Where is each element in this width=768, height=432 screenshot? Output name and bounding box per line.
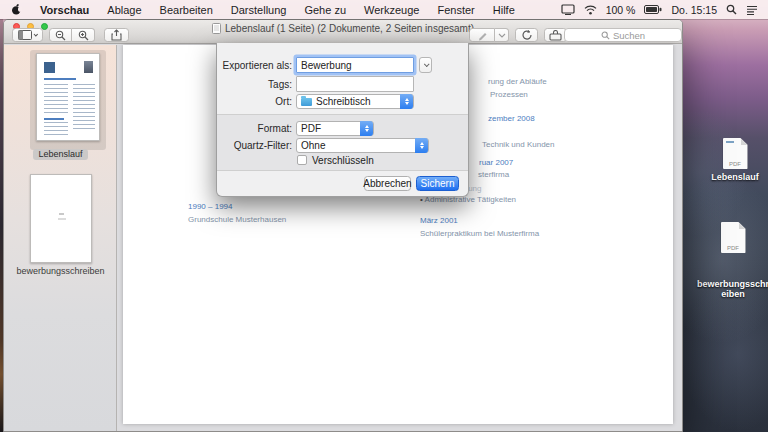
export-as-label: Exportieren als: (219, 60, 292, 71)
thumb-text-col-right (73, 84, 95, 132)
tags-field[interactable] (296, 76, 414, 92)
export-name-value: Bewerbung (301, 60, 352, 71)
doc-line: sterfirma (478, 170, 509, 179)
quartz-filter-popup[interactable]: Ohne (296, 138, 429, 153)
thumbnail-label-1[interactable]: Lebenslauf (4, 149, 117, 160)
desktop-icon-label: bewerbungsschreiben (695, 279, 768, 299)
clock[interactable]: Do. 15:15 (671, 4, 717, 16)
desktop-icon-lebenslauf[interactable]: PDF Lebenslauf (697, 138, 768, 182)
save-button-label: Sichern (421, 178, 455, 189)
popup-stepper-icon (360, 121, 373, 136)
wifi-icon[interactable] (584, 5, 597, 15)
markup-pen-button[interactable] (469, 28, 495, 42)
tags-label: Tags: (219, 79, 292, 90)
menu-ablage[interactable]: Ablage (98, 4, 150, 16)
window-title-text: Lebenslauf (1 Seite) (2 Dokumente, 2 Sei… (225, 23, 474, 34)
doc-line: Technik und Kunden (482, 140, 555, 149)
menu-bar: Vorschau Ablage Bearbeiten Darstellung G… (0, 0, 768, 19)
sidebar-view-icon (18, 30, 38, 40)
pdf-file-icon: PDF (721, 222, 746, 253)
zoom-segmented-control (49, 28, 95, 42)
doc-line: Schülerpraktikum bei Musterfirma (420, 229, 539, 238)
save-button[interactable]: Sichern (416, 176, 459, 191)
pdf-badge: PDF (723, 161, 748, 167)
cancel-button[interactable]: Abbrechen (364, 176, 411, 191)
thumbnail-label-2-text: bewerbungsschreiben (16, 266, 104, 276)
display-mirroring-icon[interactable] (561, 4, 575, 15)
toolbar-left-group (12, 28, 129, 42)
pdf-file-icon: PDF (723, 138, 748, 169)
thumbnail-label-1-text: Lebenslauf (33, 149, 87, 160)
thumb-logo (44, 62, 55, 73)
menu-vorschau[interactable]: Vorschau (31, 4, 98, 16)
document-proxy-icon (212, 23, 221, 34)
format-label: Format: (219, 123, 292, 134)
menu-fenster[interactable]: Fenster (428, 4, 483, 16)
search-field[interactable]: Suchen (564, 28, 682, 42)
doc-line: rung der Abläufe (488, 77, 547, 86)
pdf-preview-mark (726, 141, 734, 143)
zoom-in-button[interactable] (72, 28, 95, 42)
rotate-icon (521, 29, 533, 41)
apple-menu[interactable] (0, 3, 31, 16)
thumbnail-bewerbungsschreiben[interactable] (30, 174, 92, 263)
popup-stepper-icon (400, 94, 413, 109)
encrypt-label: Verschlüsseln (312, 155, 374, 166)
rotate-button[interactable] (515, 28, 538, 42)
zoom-out-icon (55, 30, 66, 41)
menu-hilfe[interactable]: Hilfe (484, 4, 524, 16)
format-popup[interactable]: PDF (296, 121, 374, 136)
toolbox-icon (549, 30, 562, 41)
expand-sheet-button[interactable] (419, 57, 432, 73)
encrypt-checkbox[interactable] (297, 155, 307, 165)
location-label: Ort: (219, 96, 292, 107)
preview-window: Lebenslauf (1 Seite) (2 Dokumente, 2 Sei… (3, 19, 683, 432)
pen-icon (477, 30, 488, 41)
export-name-field[interactable]: Bewerbung (296, 57, 414, 73)
thumb2-mark2 (58, 218, 66, 220)
share-icon (111, 29, 122, 41)
chevron-down-icon (423, 61, 429, 67)
thumb-text-col-left (44, 84, 68, 114)
export-dialog: Exportieren als: Bewerbung Tags: Ort: Sc… (216, 43, 469, 197)
spotlight-search-icon[interactable] (726, 4, 737, 15)
desktop-icon-label: Lebenslauf (697, 172, 768, 182)
folder-icon (301, 98, 312, 106)
markup-segmented-control (469, 28, 509, 42)
menu-bearbeiten[interactable]: Bearbeiten (151, 4, 222, 16)
notification-center-icon[interactable] (746, 5, 758, 15)
doc-line: zember 2008 (488, 114, 535, 123)
doc-line: Prozessen (490, 90, 528, 99)
toolbar-right-group (469, 28, 567, 42)
menu-gehe-zu[interactable]: Gehe zu (295, 4, 355, 16)
doc-line: ruar 2007 (479, 158, 513, 167)
desktop-icon-bewerbungsschreiben[interactable]: PDF bewerbungsschreiben (695, 222, 768, 299)
thumbnail-sidebar: Lebenslauf bewerbungsschreiben (4, 45, 117, 431)
menu-werkzeuge[interactable]: Werkzeuge (355, 4, 428, 16)
sidebar-view-button[interactable] (12, 28, 43, 42)
chevron-down-icon (498, 33, 506, 38)
thumb-text-col-left2 (44, 122, 68, 136)
share-button[interactable] (104, 28, 129, 42)
thumb-subhead (44, 118, 64, 120)
thumb-photo (84, 61, 93, 73)
location-popup[interactable]: Schreibtisch (296, 94, 414, 109)
thumbnail-label-2[interactable]: bewerbungsschreiben (4, 266, 117, 276)
markup-dropdown-button[interactable] (495, 28, 509, 42)
location-value: Schreibtisch (316, 96, 370, 107)
thumbnail-lebenslauf[interactable] (36, 53, 100, 141)
pdf-badge: PDF (721, 245, 746, 251)
thumb-headline (44, 78, 76, 80)
battery-percent: 100 % (606, 4, 636, 16)
cancel-button-label: Abbrechen (363, 178, 411, 189)
zoom-out-button[interactable] (49, 28, 72, 42)
menu-darstellung[interactable]: Darstellung (222, 4, 296, 16)
doc-line: Grundschule Musterhausen (188, 215, 286, 224)
battery-icon[interactable] (644, 5, 662, 14)
apple-icon (11, 3, 22, 16)
doc-line: März 2001 (420, 216, 458, 225)
search-icon (601, 31, 610, 40)
search-placeholder: Suchen (613, 30, 645, 41)
quartz-filter-value: Ohne (301, 140, 325, 151)
thumb2-mark (59, 213, 64, 215)
